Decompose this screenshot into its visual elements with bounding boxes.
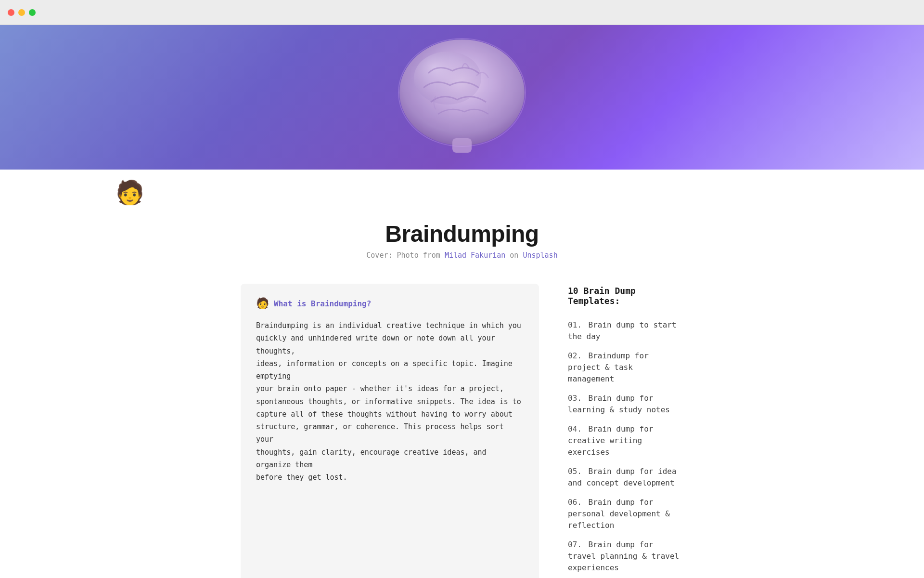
panel-title: What is Braindumping?: [274, 299, 371, 308]
list-item[interactable]: 03. Brain dump for learning & study note…: [568, 389, 683, 420]
left-panel: 🧑 What is Braindumping? Braindumping is …: [241, 284, 539, 578]
main-content: 🧑 What is Braindumping? Braindumping is …: [125, 264, 799, 578]
item-number: 06.: [568, 498, 582, 507]
hero-banner: [0, 25, 924, 170]
list-item[interactable]: 02. Braindump for project & task managem…: [568, 346, 683, 389]
template-list: 01. Brain dump to start the day02. Brain…: [568, 315, 683, 578]
browser-chrome: [0, 0, 924, 25]
item-number: 02.: [568, 351, 582, 360]
list-item[interactable]: 01. Brain dump to start the day: [568, 315, 683, 346]
list-item[interactable]: 04. Brain dump for creative writing exer…: [568, 420, 683, 462]
item-label: Brain dump for personal development & re…: [568, 498, 670, 530]
item-number: 04.: [568, 424, 582, 434]
page-icon: 🧑: [116, 179, 144, 206]
page-title: Braindumping: [0, 221, 924, 247]
item-label: Brain dump for idea and concept developm…: [568, 467, 677, 487]
right-panel: 10 Brain Dump Templates: 01. Brain dump …: [568, 284, 683, 578]
list-item[interactable]: 05. Brain dump for idea and concept deve…: [568, 462, 683, 493]
platform-link[interactable]: Unsplash: [523, 251, 557, 260]
cover-credit-prefix: Cover: Photo from: [366, 251, 445, 260]
item-label: Brain dump for learning & study notes: [568, 394, 670, 414]
cover-credit: Cover: Photo from Milad Fakurian on Unsp…: [0, 251, 924, 260]
minimize-button[interactable]: [18, 9, 25, 16]
title-section: Braindumping Cover: Photo from Milad Fak…: [0, 211, 924, 264]
author-link[interactable]: Milad Fakurian: [445, 251, 505, 260]
brain-illustration: [380, 30, 544, 165]
svg-rect-2: [452, 138, 472, 153]
item-number: 01.: [568, 320, 582, 329]
item-label: Brain dump to start the day: [568, 320, 677, 341]
page-icon-area: 🧑: [0, 170, 924, 211]
item-number: 07.: [568, 540, 582, 549]
cover-credit-middle: on: [505, 251, 523, 260]
list-item[interactable]: 07. Brain dump for travel planning & tra…: [568, 535, 683, 578]
item-number: 05.: [568, 467, 582, 476]
close-button[interactable]: [8, 9, 14, 16]
panel-header: 🧑 What is Braindumping?: [256, 297, 524, 310]
panel-icon: 🧑: [256, 297, 269, 310]
maximize-button[interactable]: [29, 9, 36, 16]
list-item[interactable]: 06. Brain dump for personal development …: [568, 493, 683, 535]
item-label: Brain dump for travel planning & travel …: [568, 540, 679, 572]
templates-title: 10 Brain Dump Templates:: [568, 286, 683, 306]
item-number: 03.: [568, 394, 582, 403]
panel-body: Braindumping is an individual creative t…: [256, 319, 524, 484]
